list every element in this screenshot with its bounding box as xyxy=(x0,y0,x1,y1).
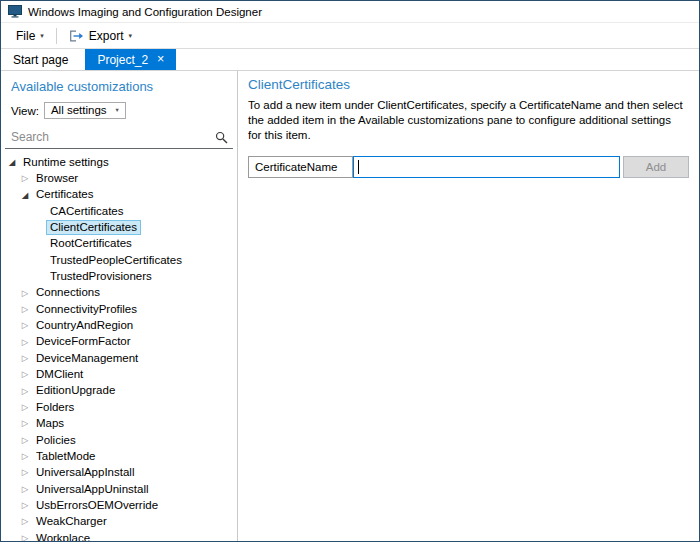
collapsed-arrow-icon[interactable]: ▷ xyxy=(20,354,30,363)
certificate-name-label: CertificateName xyxy=(248,156,353,178)
expanded-arrow-icon[interactable]: ◢ xyxy=(7,158,17,167)
collapsed-arrow-icon[interactable]: ▷ xyxy=(20,305,30,314)
menu-separator xyxy=(56,28,57,44)
collapsed-arrow-icon[interactable]: ▷ xyxy=(20,485,30,494)
tab-project-2[interactable]: Project_2 × xyxy=(85,49,176,70)
tree-item-label: Connections xyxy=(32,285,104,300)
sidebar-title: Available customizations xyxy=(1,77,237,100)
add-button[interactable]: Add xyxy=(623,156,689,178)
tree-item-label: TabletMode xyxy=(32,449,99,464)
tree-item-label: CountryAndRegion xyxy=(32,318,137,333)
tree-item-label: Policies xyxy=(32,433,80,448)
add-certificate-row: CertificateName Add xyxy=(248,156,689,178)
chevron-down-icon: ▾ xyxy=(116,107,119,114)
chevron-down-icon: ▾ xyxy=(129,32,133,39)
collapsed-arrow-icon[interactable]: ▷ xyxy=(20,289,30,298)
export-menu-label: Export xyxy=(89,29,124,43)
collapsed-arrow-icon[interactable]: ▷ xyxy=(20,436,30,445)
tab-label: Project_2 xyxy=(97,53,148,67)
tree-item-label: RootCertificates xyxy=(46,236,136,251)
tree-item-connections[interactable]: ▷Connections xyxy=(1,285,237,301)
tab-bar: Start page Project_2 × xyxy=(1,49,699,71)
tree-item-label: ConnectivityProfiles xyxy=(32,302,141,317)
expanded-arrow-icon[interactable]: ◢ xyxy=(20,191,30,200)
view-label: View: xyxy=(11,105,39,117)
tree-item-label: TrustedProvisioners xyxy=(46,269,156,284)
collapsed-arrow-icon[interactable]: ▷ xyxy=(20,321,30,330)
tree-item-policies[interactable]: ▷Policies xyxy=(1,432,237,448)
tree-item-label: UniversalAppUninstall xyxy=(32,482,153,497)
page-description: To add a new item under ClientCertificat… xyxy=(248,98,687,144)
search-icon[interactable] xyxy=(215,131,228,144)
tree-item-universalappuninstall[interactable]: ▷UniversalAppUninstall xyxy=(1,481,237,497)
tree-item-label: ClientCertificates xyxy=(46,220,141,235)
collapsed-arrow-icon[interactable]: ▷ xyxy=(20,387,30,396)
tree-item-editionupgrade[interactable]: ▷EditionUpgrade xyxy=(1,383,237,399)
tree-item-cacertificates[interactable]: CACertificates xyxy=(1,203,237,219)
tree-item-label: DeviceFormFactor xyxy=(32,334,135,349)
certificate-name-input[interactable] xyxy=(354,160,619,174)
tree-item-label: Certificates xyxy=(32,187,98,202)
tree-item-devicemanagement[interactable]: ▷DeviceManagement xyxy=(1,350,237,366)
app-window: Windows Imaging and Configuration Design… xyxy=(0,0,700,542)
collapsed-arrow-icon[interactable]: ▷ xyxy=(20,403,30,412)
collapsed-arrow-icon[interactable]: ▷ xyxy=(20,534,30,541)
text-cursor xyxy=(358,160,359,174)
tab-start-page[interactable]: Start page xyxy=(1,49,80,70)
tree-item-clientcertificates[interactable]: ClientCertificates xyxy=(1,219,237,235)
export-menu[interactable]: Export ▾ xyxy=(62,26,139,46)
tree-item-label: Folders xyxy=(32,400,78,415)
tree-item-trustedprovisioners[interactable]: TrustedProvisioners xyxy=(1,268,237,284)
collapsed-arrow-icon[interactable]: ▷ xyxy=(20,517,30,526)
collapsed-arrow-icon[interactable]: ▷ xyxy=(20,419,30,428)
tree-item-label: CACertificates xyxy=(46,204,128,219)
tree-item-workplace[interactable]: ▷Workplace xyxy=(1,530,237,541)
tree-item-label: EditionUpgrade xyxy=(32,383,119,398)
tree-item-label: DMClient xyxy=(32,367,87,382)
tree-item-label: Browser xyxy=(32,171,82,186)
available-customizations-pane: Available customizations View: All setti… xyxy=(1,71,238,541)
view-row: View: All settings ▾ xyxy=(1,100,237,122)
tree-item-maps[interactable]: ▷Maps xyxy=(1,416,237,432)
tree-item-connectivityprofiles[interactable]: ▷ConnectivityProfiles xyxy=(1,301,237,317)
view-filter-dropdown[interactable]: All settings ▾ xyxy=(44,102,126,119)
settings-pane: ClientCertificates To add a new item und… xyxy=(238,71,699,541)
tree-item-label: WeakCharger xyxy=(32,514,111,529)
search-input[interactable] xyxy=(7,129,215,145)
tree-item-runtime-settings[interactable]: ◢Runtime settings xyxy=(1,154,237,170)
tree-item-label: Runtime settings xyxy=(19,155,113,170)
tree-item-trustedpeoplecertificates[interactable]: TrustedPeopleCertificates xyxy=(1,252,237,268)
file-menu[interactable]: File ▾ xyxy=(9,26,51,46)
tree-item-label: Maps xyxy=(32,416,68,431)
tab-label: Start page xyxy=(13,53,68,67)
tree-item-usberrorsoemoverride[interactable]: ▷UsbErrorsOEMOverride xyxy=(1,497,237,513)
tree-item-dmclient[interactable]: ▷DMClient xyxy=(1,366,237,382)
collapsed-arrow-icon[interactable]: ▷ xyxy=(20,174,30,183)
tree-item-countryandregion[interactable]: ▷CountryAndRegion xyxy=(1,317,237,333)
tree-item-weakcharger[interactable]: ▷WeakCharger xyxy=(1,514,237,530)
tree-item-certificates[interactable]: ◢Certificates xyxy=(1,187,237,203)
collapsed-arrow-icon[interactable]: ▷ xyxy=(20,468,30,477)
collapsed-arrow-icon[interactable]: ▷ xyxy=(20,501,30,510)
file-menu-label: File xyxy=(16,29,35,43)
tree-item-universalappinstall[interactable]: ▷UniversalAppInstall xyxy=(1,465,237,481)
tree-item-rootcertificates[interactable]: RootCertificates xyxy=(1,236,237,252)
title-bar: Windows Imaging and Configuration Design… xyxy=(1,1,699,23)
collapsed-arrow-icon[interactable]: ▷ xyxy=(20,452,30,461)
chevron-down-icon: ▾ xyxy=(40,32,44,39)
search-box xyxy=(5,128,233,149)
page-title: ClientCertificates xyxy=(248,77,689,92)
content-area: Available customizations View: All setti… xyxy=(1,71,699,541)
tree-item-label: UsbErrorsOEMOverride xyxy=(32,498,162,513)
tree-item-browser[interactable]: ▷Browser xyxy=(1,170,237,186)
close-icon[interactable]: × xyxy=(157,53,164,66)
customizations-tree: ◢Runtime settings▷Browser◢CertificatesCA… xyxy=(1,154,237,541)
tree-item-folders[interactable]: ▷Folders xyxy=(1,399,237,415)
collapsed-arrow-icon[interactable]: ▷ xyxy=(20,370,30,379)
tree-item-label: DeviceManagement xyxy=(32,351,142,366)
tree-item-tabletmode[interactable]: ▷TabletMode xyxy=(1,448,237,464)
tree-item-deviceformfactor[interactable]: ▷DeviceFormFactor xyxy=(1,334,237,350)
collapsed-arrow-icon[interactable]: ▷ xyxy=(20,338,30,347)
app-icon xyxy=(8,5,22,18)
export-icon xyxy=(69,30,84,42)
